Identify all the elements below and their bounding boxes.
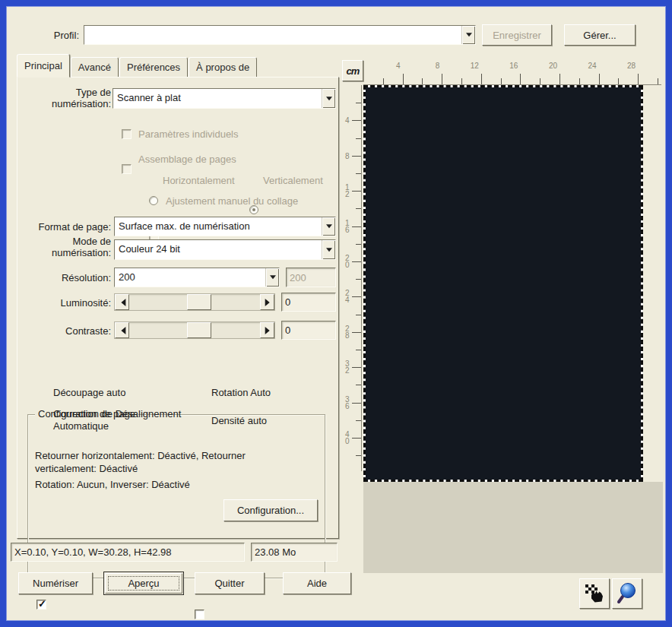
resolution-value[interactable]: 200 [115, 268, 265, 287]
ruler-label: 4 [396, 62, 401, 70]
ruler-tick [356, 208, 361, 209]
save-profile-button[interactable]: Enregistrer [482, 24, 552, 46]
scanner-dialog: Profil: Enregistrer Gérer... Principal A… [0, 0, 672, 627]
contrast-slider[interactable] [114, 321, 275, 339]
tab-a-propos-de[interactable]: À propos de [189, 57, 257, 78]
ruler-label: 4 0 [345, 431, 350, 445]
resolution-custom-field[interactable]: 200 [286, 268, 336, 287]
vertical-radio-label: Verticalement [263, 175, 323, 186]
profile-combobox-value[interactable] [84, 26, 461, 44]
ruler-label: 1 6 [345, 220, 350, 233]
ruler-tick [383, 78, 384, 84]
ruler-tick [501, 78, 502, 84]
individual-settings-checkbox[interactable] [122, 129, 132, 139]
contrast-slider-thumb[interactable] [187, 322, 211, 338]
resolution-label: Résolution: [46, 272, 111, 283]
profile-combobox[interactable] [84, 25, 476, 45]
chevron-down-icon[interactable] [322, 89, 335, 108]
ruler-tick [356, 279, 361, 280]
zoom-tool-button[interactable] [612, 578, 642, 609]
help-button[interactable]: Aide [283, 572, 351, 594]
ruler-label: 24 [588, 62, 596, 70]
tab-principal[interactable]: Principal [17, 54, 70, 78]
contrast-value-field[interactable]: 0 [281, 321, 336, 340]
ruler-label: 2 8 [345, 325, 350, 339]
contrast-label: Contraste: [41, 325, 111, 337]
resolution-combobox[interactable]: 200 [114, 268, 280, 287]
preview-bed-area[interactable] [363, 482, 663, 573]
ruler-label: 4 [345, 117, 350, 124]
slider-right-arrow-icon[interactable] [260, 294, 274, 310]
auto-crop-checkbox[interactable] [36, 600, 46, 610]
ruler-tick [356, 138, 361, 139]
scan-mode-label: Mode de numérisation: [46, 236, 111, 258]
ruler-tick [356, 315, 361, 315]
ruler-tick [356, 350, 361, 350]
chevron-down-icon[interactable] [265, 268, 279, 287]
ruler-tick [422, 78, 423, 84]
preview-button-face[interactable]: Aperçu [105, 573, 182, 594]
scanned-image-selection[interactable] [363, 85, 643, 482]
unit-cm-button[interactable]: cm [342, 60, 363, 81]
brightness-value-field[interactable]: 0 [281, 293, 336, 312]
ruler-tick [559, 74, 560, 84]
zoom-icon [616, 581, 639, 606]
ruler-tick [461, 78, 462, 84]
horizontal-radio[interactable] [149, 196, 158, 205]
page-format-value[interactable]: Surface max. de numérisation [115, 217, 322, 236]
chevron-down-icon[interactable] [322, 217, 335, 236]
quit-button[interactable]: Quitter [195, 572, 265, 594]
slider-right-arrow-icon[interactable] [260, 322, 274, 338]
tab-preferences[interactable]: Préférences [119, 57, 188, 78]
ruler-tick [658, 78, 658, 84]
scan-button[interactable]: Numériser [18, 572, 93, 594]
scan-type-value[interactable]: Scanner à plat [113, 89, 322, 108]
ruler-tick [352, 438, 361, 439]
ruler-label: 3 2 [345, 360, 350, 374]
brightness-label: Luminosité: [41, 297, 111, 309]
horizontal-radio-label: Horizontalement [163, 175, 235, 186]
chevron-down-icon[interactable] [322, 240, 335, 259]
ruler-label: 2 0 [345, 255, 350, 268]
scan-mode-value[interactable]: Couleur 24 bit [115, 240, 322, 259]
brightness-slider[interactable] [114, 293, 275, 311]
chevron-down-icon[interactable] [461, 26, 475, 44]
ruler-label: 8 [345, 152, 350, 159]
ruler-tick [442, 74, 442, 84]
slider-left-arrow-icon[interactable] [115, 322, 129, 338]
brightness-slider-track[interactable] [129, 294, 260, 310]
ruler-tick [356, 103, 361, 103]
ruler-label: 1 2 [345, 184, 350, 198]
preview-button[interactable]: Aperçu [103, 572, 184, 595]
auto-rotation-label: Rotation Auto [211, 387, 271, 398]
scan-mode-combobox[interactable]: Couleur 24 bit [114, 239, 336, 260]
ruler-tick [599, 74, 600, 84]
rotation-status-text: Rotation: Aucun, Inverser: Déactivé [35, 479, 303, 490]
page-format-label: Format de page: [24, 221, 111, 233]
profile-label: Profil: [29, 30, 79, 41]
auto-density-label: Densité auto [211, 415, 267, 426]
page-format-combobox[interactable]: Surface max. de numérisation [114, 217, 336, 236]
preview-area[interactable] [363, 85, 643, 482]
configuration-button[interactable]: Configuration... [223, 499, 318, 521]
scan-type-combobox[interactable]: Scanner à plat [113, 88, 336, 109]
ruler-tick [540, 78, 540, 84]
ruler-tick [638, 74, 639, 84]
contrast-slider-track[interactable] [129, 322, 260, 338]
ruler-label: 12 [471, 62, 479, 70]
hand-select-tool-button[interactable] [579, 578, 610, 609]
horizontal-ruler: 481216202428 [363, 59, 661, 85]
ruler-tick [352, 120, 361, 121]
deskew-label: Correction de Désalignement Automatique [53, 408, 198, 432]
slider-left-arrow-icon[interactable] [115, 294, 129, 310]
ruler-tick [579, 78, 580, 84]
brightness-slider-thumb[interactable] [187, 294, 211, 310]
ruler-tick [481, 74, 482, 84]
tab-avance[interactable]: Avancé [71, 57, 119, 78]
ruler-label: 16 [509, 62, 518, 70]
ruler-tick [618, 78, 619, 84]
page-assembly-checkbox[interactable] [122, 164, 132, 174]
tab-bar: Principal Avancé Préférences À propos de [17, 53, 258, 78]
manage-profiles-button[interactable]: Gérer... [564, 24, 636, 46]
auto-rotation-checkbox[interactable] [195, 610, 204, 619]
